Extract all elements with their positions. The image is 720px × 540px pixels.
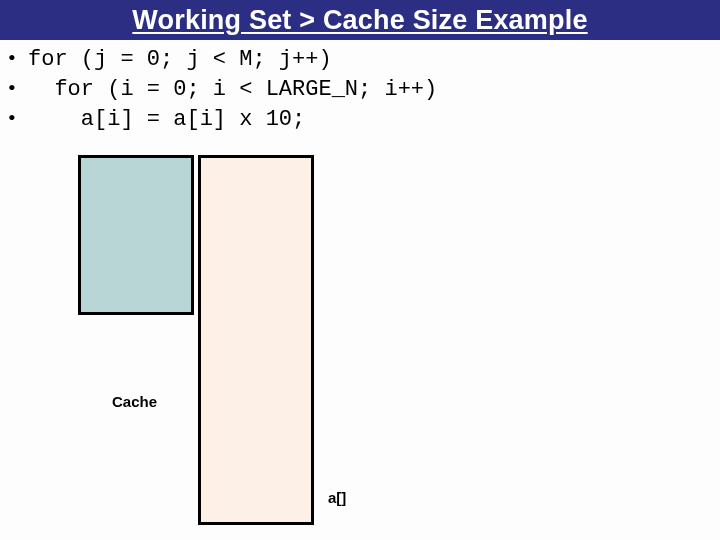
array-box (198, 155, 314, 525)
diagram: Cache a[] (78, 155, 578, 535)
code-line-3: • a[i] = a[i] x 10; (8, 104, 720, 134)
code-line-2: • for (i = 0; i < LARGE_N; i++) (8, 74, 720, 104)
code-text-2: for (i = 0; i < LARGE_N; i++) (28, 77, 437, 102)
cache-box (78, 155, 194, 315)
code-block: •for (j = 0; j < M; j++) • for (i = 0; i… (8, 44, 720, 134)
code-line-1: •for (j = 0; j < M; j++) (8, 44, 720, 74)
array-label: a[] (328, 489, 346, 506)
title-bar: Working Set > Cache Size Example (0, 0, 720, 40)
code-text-3: a[i] = a[i] x 10; (28, 107, 305, 132)
slide-title: Working Set > Cache Size Example (132, 5, 587, 36)
cache-label: Cache (112, 393, 157, 410)
bullet-icon: • (8, 104, 28, 132)
code-text-1: for (j = 0; j < M; j++) (28, 47, 332, 72)
bullet-icon: • (8, 74, 28, 102)
bullet-icon: • (8, 44, 28, 72)
